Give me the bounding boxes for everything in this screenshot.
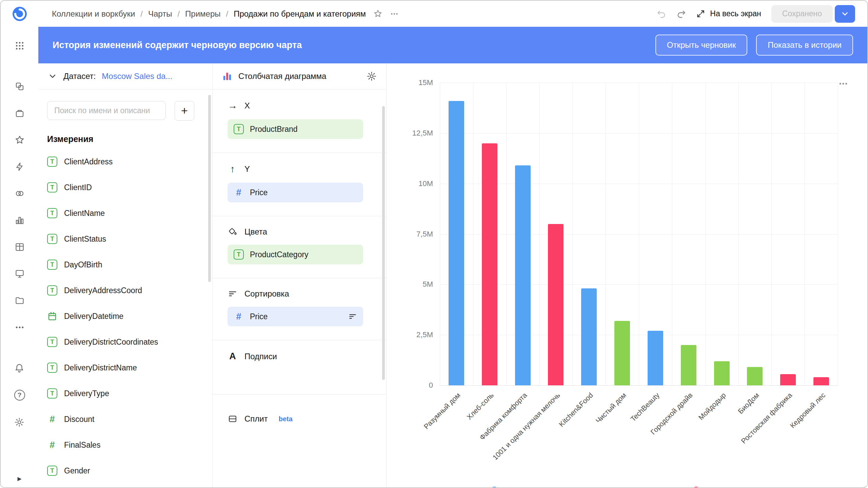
x-tick-label: Разумный дом <box>422 391 462 431</box>
breadcrumb-charts[interactable]: Чарты <box>148 9 172 19</box>
breadcrumb-collections[interactable]: Коллекции и воркбуки <box>52 9 135 19</box>
dataset-field-clientname[interactable]: ClientName <box>47 200 203 226</box>
bar-Чистый дом[interactable] <box>614 321 630 386</box>
y-tick-label: 10M <box>418 179 433 188</box>
left-nav-rail: ? ▸ <box>1 1 38 488</box>
notifications-bell-icon[interactable] <box>14 363 25 373</box>
open-draft-button[interactable]: Открыть черновик <box>655 35 747 56</box>
text-type-icon <box>47 363 57 373</box>
collections-icon[interactable] <box>15 81 25 92</box>
y-field-chip[interactable]: Price <box>228 183 363 202</box>
field-label: FinalSales <box>64 441 100 450</box>
bar-Хлеб-соль[interactable] <box>482 143 497 385</box>
bar-Ростовская фабрика[interactable] <box>780 374 796 385</box>
storage-folder-icon[interactable] <box>15 296 25 306</box>
field-label: DeliveryDistrictName <box>64 363 137 372</box>
bar-Фабрика комфорта[interactable] <box>515 165 531 385</box>
add-field-button[interactable] <box>175 101 194 121</box>
dataset-scrollbar[interactable] <box>208 95 211 282</box>
dataset-field-dayofbirth[interactable]: DayOfBirth <box>47 252 203 278</box>
x-tick-label: 1001 и одна нужная мелочь <box>491 391 561 462</box>
bar-TechBeauty[interactable] <box>648 331 663 385</box>
dataset-field-deliverydatetime[interactable]: DeliveryDatetime <box>47 303 203 329</box>
y-tick-label: 15M <box>418 78 433 87</box>
section-labels-label: Подписи <box>244 352 277 361</box>
dataset-field-finalsales[interactable]: FinalSales <box>47 432 203 458</box>
dataset-field-clientid[interactable]: ClientID <box>47 175 203 200</box>
y-tick-label: 7,5M <box>416 230 433 239</box>
sort-field-chip[interactable]: Price <box>228 307 363 326</box>
field-label: DeliveryType <box>64 389 109 398</box>
dataset-field-deliverydistrictname[interactable]: DeliveryDistrictName <box>47 355 203 381</box>
datasets-table-icon[interactable] <box>15 242 25 252</box>
help-icon[interactable]: ? <box>14 390 25 401</box>
editor-lightning-icon[interactable] <box>15 162 25 172</box>
charts-icon[interactable] <box>15 215 25 225</box>
dashboards-monitor-icon[interactable] <box>15 269 25 279</box>
text-type-icon <box>47 466 57 476</box>
dataset-field-deliveryaddresscoord[interactable]: DeliveryAddressCoord <box>47 278 203 303</box>
field-label: ClientAddress <box>64 157 113 166</box>
text-type-icon <box>47 157 57 167</box>
legend-dot[interactable] <box>491 487 498 487</box>
undo-icon[interactable] <box>657 9 666 19</box>
expand-rail-icon[interactable]: ▸ <box>17 474 21 483</box>
bar-Кедровый лес[interactable] <box>813 377 829 385</box>
dataset-field-clientaddress[interactable]: ClientAddress <box>47 149 203 175</box>
dataset-field-deliverytype[interactable]: DeliveryType <box>47 381 203 406</box>
legend-dot[interactable] <box>692 487 700 487</box>
workbooks-icon[interactable] <box>15 108 25 118</box>
dataset-field-clientstatus[interactable]: ClientStatus <box>47 226 203 252</box>
bar-chart-type-icon[interactable] <box>222 71 232 81</box>
more-nav-icon[interactable] <box>15 322 25 332</box>
dataset-label: Датасет: <box>63 72 96 81</box>
x-field-chip[interactable]: ProductBrand <box>228 119 363 139</box>
search-input[interactable] <box>47 101 166 120</box>
v-gridline <box>705 83 706 385</box>
datalens-logo-icon[interactable] <box>12 6 27 22</box>
banner-message: История изменений содержит черновую верс… <box>53 40 302 50</box>
chart-more-options-icon[interactable] <box>838 79 848 89</box>
y-tick-label: 12,5M <box>412 129 433 138</box>
bar-Разумный дом[interactable] <box>449 101 464 385</box>
bar-Городской драйв[interactable] <box>681 345 696 385</box>
bar-БиоДом[interactable] <box>747 367 763 385</box>
dataset-field-discount[interactable]: Discount <box>47 406 203 432</box>
dataset-chevron-icon[interactable] <box>48 72 57 81</box>
dataset-name-link[interactable]: Moscow Sales da... <box>102 72 172 81</box>
favorites-star-icon[interactable] <box>15 135 25 145</box>
bar-Мойдодыр[interactable] <box>714 361 730 385</box>
more-options-icon[interactable] <box>390 9 399 18</box>
y-tick-label: 2,5M <box>416 330 433 339</box>
number-type-icon <box>234 187 244 198</box>
colors-field-chip[interactable]: ProductCategory <box>228 245 363 264</box>
v-gridline <box>572 83 573 385</box>
services-circles-icon[interactable] <box>15 188 25 199</box>
apps-grid-icon[interactable] <box>15 41 25 51</box>
v-gridline <box>473 83 473 385</box>
config-scrollbar[interactable] <box>382 106 385 380</box>
y-tick-label: 0 <box>429 381 433 390</box>
x-tick-label: Чистый дом <box>594 391 628 425</box>
settings-gear-icon[interactable] <box>14 417 25 427</box>
save-dropdown-button[interactable] <box>835 5 855 23</box>
expand-icon <box>696 9 705 18</box>
fullscreen-button[interactable]: На весь экран <box>696 9 761 18</box>
sort-direction-icon[interactable] <box>348 312 357 321</box>
text-type-icon <box>47 260 57 270</box>
chart-settings-gear-icon[interactable] <box>367 71 377 81</box>
dataset-field-gender[interactable]: Gender <box>47 458 203 484</box>
bar-Kitchen&Food[interactable] <box>581 288 597 385</box>
saved-button[interactable]: Сохранено <box>771 5 833 23</box>
redo-icon[interactable] <box>676 9 686 19</box>
favorite-star-icon[interactable] <box>373 9 382 18</box>
show-in-history-button[interactable]: Показать в истории <box>756 35 853 56</box>
bar-1001 и одна нужная мелочь[interactable] <box>548 224 564 385</box>
breadcrumb-separator: / <box>177 9 180 19</box>
breadcrumb-examples[interactable]: Примеры <box>185 9 220 19</box>
dataset-field-deliverydistrictcoordinates[interactable]: DeliveryDistrictCoordinates <box>47 329 203 355</box>
h-gridline <box>440 385 838 386</box>
legend-dot[interactable] <box>862 487 867 487</box>
text-type-icon <box>47 285 57 296</box>
draft-version-banner: История изменений содержит черновую верс… <box>38 27 867 63</box>
